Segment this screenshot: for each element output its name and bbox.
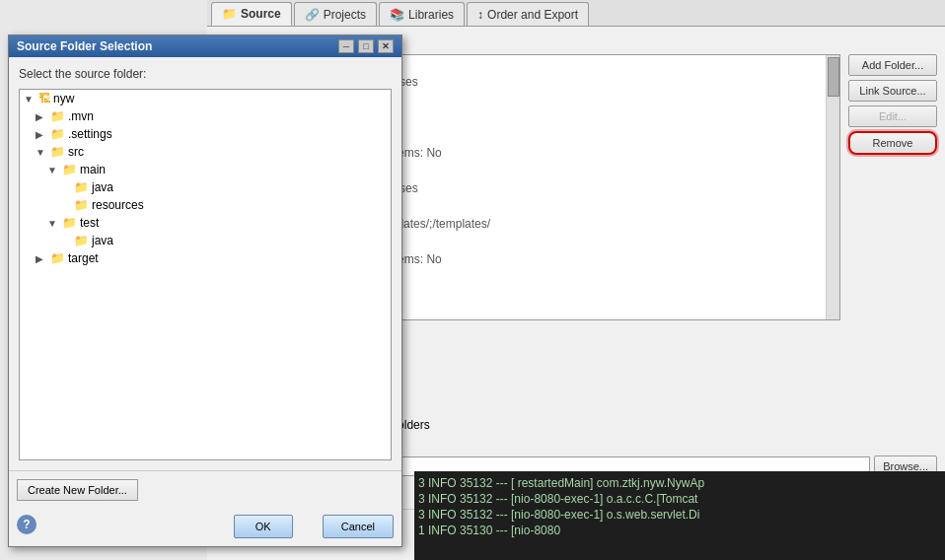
tab-projects-label: Projects [324,8,366,22]
tab-libraries[interactable]: 📚 Libraries [379,2,465,26]
dialog-description: Select the source folder: [19,67,392,81]
dialog-tree-item[interactable]: ▶ 📁 .mvn [20,107,391,125]
projects-tab-icon: 🔗 [305,8,320,22]
ide-background: 📁 Source 🔗 Projects 📚 Libraries ↕️ Order… [0,0,945,560]
dialog-body: Select the source folder: ▼ 🏗 nyw▶ 📁 .mv… [9,57,401,470]
dialog-tree-item[interactable]: ▼ 📁 src [20,143,391,161]
tab-libraries-label: Libraries [408,8,454,22]
console-line: 1 INFO 35130 --- [nio-8080 [418,523,945,538]
dialog-cancel-button[interactable]: Cancel [323,515,394,538]
dialog-help-row: ? OK Cancel [17,511,394,538]
help-icon[interactable]: ? [17,515,36,534]
dialog-tree-item[interactable]: ▼ 📁 test [20,214,391,232]
tab-order-export-label: Order and Export [487,8,578,22]
source-button-panel: Add Folder... Link Source... Edit... Rem… [848,54,937,410]
dialog-tree-item[interactable]: 📁 resources [20,196,391,214]
dialog-footer: Create New Folder... ? OK Cancel [9,470,401,546]
tab-order-export[interactable]: ↕️ Order and Export [467,2,589,26]
dialog-tree-item[interactable]: ▶ 📁 target [20,249,391,267]
dialog-minimize-button[interactable]: ─ [338,39,354,53]
dialog-tree-item[interactable]: 📁 java [20,232,391,249]
tab-source[interactable]: 📁 Source [211,2,292,26]
order-tab-icon: ↕️ [477,8,483,22]
libraries-tab-icon: 📚 [390,8,404,22]
dialog-title: Source Folder Selection [17,39,152,53]
dialog-ok-cancel: OK Cancel [234,515,394,538]
console-line: 3 INFO 35132 --- [nio-8080-exec-1] o.s.w… [418,507,945,523]
console-area: 3 INFO 35132 --- [ restartedMain] com.zt… [414,471,945,560]
create-folder-button[interactable]: Create New Folder... [17,479,138,501]
dialog-close-button[interactable]: ✕ [378,39,394,53]
scrollbar-thumb [828,57,839,97]
console-line: 3 INFO 35132 --- [nio-8080-exec-1] o.a.c… [418,491,945,507]
dialog-tree-item[interactable]: 📁 java [20,178,391,196]
remove-button[interactable]: Remove [848,131,937,155]
source-folder-dialog: Source Folder Selection ─ □ ✕ Select the… [8,35,402,547]
dialog-tree-item[interactable]: ▼ 🏗 nyw [20,90,391,107]
edit-button[interactable]: Edit... [848,105,937,127]
dialog-ok-button[interactable]: OK [234,515,293,538]
link-source-button[interactable]: Link Source... [848,80,937,102]
dialog-tree-item[interactable]: ▶ 📁 .settings [20,125,391,143]
dialog-maximize-button[interactable]: □ [358,39,374,53]
console-line: 3 INFO 35132 --- [ restartedMain] com.zt… [418,475,945,491]
source-scrollbar[interactable] [826,55,839,319]
dialog-tree-item[interactable]: ▼ 📁 main [20,161,391,178]
build-path-tabs: 📁 Source 🔗 Projects 📚 Libraries ↕️ Order… [207,0,945,27]
dialog-titlebar: Source Folder Selection ─ □ ✕ [9,35,401,57]
source-tab-icon: 📁 [222,7,237,21]
tab-source-label: Source [241,7,281,21]
dialog-tree[interactable]: ▼ 🏗 nyw▶ 📁 .mvn▶ 📁 .settings▼ 📁 src▼ 📁 m… [19,89,392,460]
add-folder-button[interactable]: Add Folder... [848,54,937,76]
tab-projects[interactable]: 🔗 Projects [294,2,377,26]
dialog-controls: ─ □ ✕ [338,39,394,53]
